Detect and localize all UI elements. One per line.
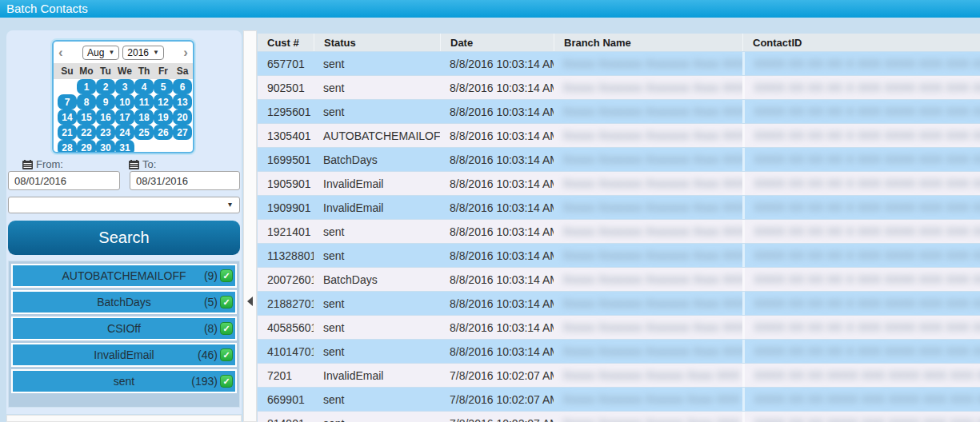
cell-cust-number: 21882701	[258, 292, 314, 315]
calendar-next-icon[interactable]: ›	[183, 46, 188, 59]
calendar-day-empty	[154, 140, 173, 153]
calendar-day[interactable]: 1	[77, 79, 96, 94]
status-filter-checkbox[interactable]: ✓	[220, 296, 233, 309]
filter-dropdown[interactable]: ▾	[8, 197, 240, 213]
redacted-branch-text: Xxxxx Xxxxxxx Xxxxxxx Xxxx XXX	[563, 249, 742, 261]
redacted-contact-id-text: XXXX XX XX XX X XXX XXXX XXX XXX XXXX	[754, 297, 980, 309]
calendar-day[interactable]: 28	[58, 140, 77, 153]
column-header-cust-[interactable]: Cust #	[258, 34, 314, 51]
table-row[interactable]: 21882701sent8/8/2016 10:03:14 AMXxxxx Xx…	[258, 292, 980, 315]
cell-status: sent	[314, 220, 440, 243]
calendar-prev-icon[interactable]: ‹	[58, 46, 63, 59]
calendar-day[interactable]: 2	[96, 79, 115, 94]
redacted-branch-text: Xxxxx Xxxxxxx Xxxxxx Xxxx XXX	[563, 393, 740, 405]
table-row[interactable]: 669901sent7/8/2016 10:02:07 AMXxxxx Xxxx…	[258, 388, 980, 411]
calendar-day[interactable]: 15	[77, 109, 96, 125]
status-filter-item[interactable]: CSIOff(8)✓	[11, 316, 237, 340]
table-row[interactable]: 1921401sent8/8/2016 10:03:14 AMXxxxx Xxx…	[258, 220, 980, 243]
calendar-day[interactable]: 13	[173, 94, 192, 109]
calendar-day[interactable]: 31	[115, 140, 134, 153]
table-row[interactable]: 902501sent8/8/2016 10:03:14 AMXxxxx Xxxx…	[258, 76, 980, 99]
cell-status: sent	[314, 412, 440, 422]
table-row[interactable]: 1305401AUTOBATCHEMAILOFF8/8/2016 10:03:1…	[258, 124, 980, 147]
calendar-day[interactable]: 18	[134, 109, 154, 125]
search-button[interactable]: Search	[8, 221, 240, 255]
sidebar-splitter[interactable]	[243, 30, 257, 422]
calendar-day[interactable]: 23	[96, 125, 115, 140]
status-filter-checkbox[interactable]: ✓	[220, 348, 233, 361]
status-filter-checkbox[interactable]: ✓	[220, 269, 233, 282]
column-header-contactid[interactable]: ContactID	[742, 34, 980, 51]
calendar-day[interactable]: 9	[96, 94, 115, 109]
table-row[interactable]: 40585601sent8/8/2016 10:03:14 AMXxxxx Xx…	[258, 316, 980, 339]
table-row[interactable]: 657701sent8/8/2016 10:03:14 AMXxxxx Xxxx…	[258, 52, 980, 75]
cell-status: InvalidEmail	[314, 196, 440, 219]
status-filter-list: AUTOBATCHEMAILOFF(9)✓BatchDays(5)✓CSIOff…	[8, 261, 240, 408]
calendar-day[interactable]: 7	[58, 94, 77, 109]
table-row[interactable]: 1905901InvalidEmail8/8/2016 10:03:14 AMX…	[258, 172, 980, 195]
calendar-day[interactable]: 5	[154, 79, 173, 94]
table-row[interactable]: 1295601sent8/8/2016 10:03:14 AMXxxxx Xxx…	[258, 100, 980, 123]
collapse-sidebar-icon[interactable]	[247, 297, 253, 306]
column-header-status[interactable]: Status	[314, 34, 440, 51]
calendar-day[interactable]: 14	[58, 109, 77, 125]
calendar-day[interactable]: 19	[154, 109, 173, 125]
calendar-day[interactable]: 24	[115, 125, 134, 140]
status-filter-item[interactable]: InvalidEmail(46)✓	[11, 343, 237, 367]
redacted-contact-id-text: XXXX XX XX XXXX XXX XXXX XXX XXX XXXX	[754, 393, 980, 405]
calendar-day[interactable]: 17	[115, 109, 134, 125]
calendar-day[interactable]: 8	[77, 94, 96, 109]
table-row[interactable]: 1909901InvalidEmail8/8/2016 10:03:14 AMX…	[258, 196, 980, 219]
calendar-day[interactable]: 3	[115, 79, 134, 94]
cell-date: 8/8/2016 10:03:14 AM	[440, 196, 554, 219]
cell-status: InvalidEmail	[314, 172, 440, 195]
table-row[interactable]: 41014701sent8/8/2016 10:03:14 AMXxxxx Xx…	[258, 340, 980, 363]
redacted-contact-id-text: XXXX XX XX XX X XXX XXXX XXX XXX XXXX	[754, 153, 980, 165]
calendar-day[interactable]: 16	[96, 109, 115, 125]
cell-branch-name: Xxxxx Xxxxxxx Xxxxxxx Xxxx XXX	[554, 196, 742, 219]
calendar-day[interactable]: 6	[173, 79, 192, 94]
table-row[interactable]: 11328801sent8/8/2016 10:03:14 AMXxxxx Xx…	[258, 244, 980, 267]
calendar-day[interactable]: 22	[77, 125, 96, 140]
status-filter-right: (46)✓	[198, 348, 235, 361]
calendar-day-headers: SuMoTuWeThFrSa	[54, 63, 193, 79]
calendar-day[interactable]: 20	[173, 109, 192, 125]
status-filter-checkbox[interactable]: ✓	[220, 322, 233, 335]
cell-cust-number: 40585601	[258, 316, 314, 339]
table-row[interactable]: 1699501BatchDays8/8/2016 10:03:14 AMXxxx…	[258, 148, 980, 171]
calendar-day[interactable]: 25	[134, 125, 154, 140]
cell-branch-name: Xxxxx Xxxxxxx Xxxxxx Xxxx XXX	[554, 412, 742, 422]
calendar-day[interactable]: 30	[96, 140, 115, 153]
status-filter-right: (9)✓	[204, 269, 235, 282]
calendar-day[interactable]: 29	[77, 140, 96, 153]
column-header-date[interactable]: Date	[440, 34, 554, 51]
status-filter-item[interactable]: AUTOBATCHEMAILOFF(9)✓	[11, 264, 237, 288]
table-row[interactable]: 814901sent7/8/2016 10:02:07 AMXxxxx Xxxx…	[258, 412, 980, 422]
calendar-icon	[129, 160, 139, 169]
to-date-input[interactable]	[130, 171, 240, 190]
calendar-month-select[interactable]: Aug ▼	[82, 46, 119, 60]
calendar-day[interactable]: 11	[134, 94, 154, 109]
table-row[interactable]: 20072601BatchDays8/8/2016 10:03:14 AMXxx…	[258, 268, 980, 291]
cell-status: BatchDays	[314, 268, 440, 291]
calendar-day[interactable]: 26	[154, 125, 173, 140]
calendar-day[interactable]: 4	[134, 79, 154, 94]
column-header-branch-name[interactable]: Branch Name	[554, 34, 742, 51]
calendar-day[interactable]: 27	[173, 125, 192, 140]
cell-cust-number: 1305401	[258, 124, 314, 147]
calendar-day[interactable]: 10	[115, 94, 134, 109]
chevron-down-icon: ▼	[108, 49, 114, 56]
calendar-day[interactable]: 21	[58, 125, 77, 140]
redacted-branch-text: Xxxxx Xxxxxxx Xxxxxxx Xxxx XXX	[563, 106, 742, 117]
calendar-day[interactable]: 12	[154, 94, 173, 109]
from-date-input[interactable]	[8, 171, 120, 190]
table-row[interactable]: 7201InvalidEmail7/8/2016 10:02:07 AMXxxx…	[258, 364, 980, 387]
calendar-year-select[interactable]: 2016 ▼	[122, 46, 164, 60]
status-filter-item[interactable]: BatchDays(5)✓	[11, 290, 237, 314]
status-filter-count: (193)	[191, 375, 218, 388]
status-filter-item[interactable]: sent(193)✓	[11, 369, 237, 393]
status-filter-right: (193)✓	[191, 375, 235, 388]
redacted-contact-id-text: XXXX XX XX XX X XXX XXXX XXX XXX XXXX	[754, 225, 980, 237]
status-filter-checkbox[interactable]: ✓	[220, 375, 233, 388]
sidebar-horizontal-scrollbar[interactable]	[6, 415, 242, 422]
